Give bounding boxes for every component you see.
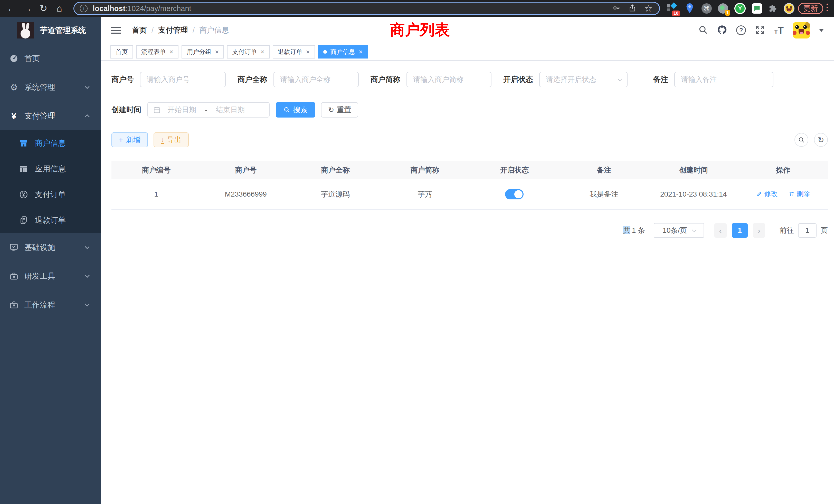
extension-pin-icon[interactable] xyxy=(684,3,695,14)
extension-chat-icon[interactable] xyxy=(752,3,762,14)
app-logo[interactable]: 芋道管理系统 xyxy=(0,17,101,44)
share-icon[interactable] xyxy=(628,4,637,13)
sidebar-item-label: 首页 xyxy=(24,53,40,64)
github-icon[interactable] xyxy=(717,25,727,36)
browser-home-icon[interactable]: ⌂ xyxy=(51,0,67,17)
create-time-label: 创建时间 xyxy=(111,105,141,115)
add-button-label: 新增 xyxy=(126,135,141,145)
app-title: 芋道管理系统 xyxy=(40,25,86,36)
breadcrumb-payment[interactable]: 支付管理 xyxy=(158,25,188,36)
tab-home[interactable]: 首页 xyxy=(110,45,133,59)
extension-diamond-icon[interactable]: 10 xyxy=(667,3,678,14)
breadcrumb-home[interactable]: 首页 xyxy=(132,25,147,36)
start-date-placeholder[interactable]: 开始日期 xyxy=(168,105,196,115)
status-toggle[interactable] xyxy=(505,189,524,199)
chevron-down-icon xyxy=(618,77,622,81)
fullscreen-icon[interactable] xyxy=(755,25,765,36)
cell-remark: 我是备注 xyxy=(559,179,649,209)
dashboard-icon xyxy=(9,54,19,63)
tab-bar: 首页 流程表单× 用户分组× 支付订单× 退款订单× 商户信息× xyxy=(101,44,834,61)
merchant-no-input[interactable] xyxy=(140,72,226,87)
sidebar-item-home[interactable]: 首页 xyxy=(0,44,101,73)
page-unit: 页 xyxy=(821,226,828,235)
font-size-icon[interactable]: TT xyxy=(774,25,784,36)
cell-merchant-id: 1 xyxy=(111,179,201,209)
browser-menu-icon[interactable] xyxy=(826,4,828,13)
browser-reload-icon[interactable]: ↻ xyxy=(36,0,51,17)
tab-label: 用户分组 xyxy=(187,48,211,56)
avatar-dropdown-icon[interactable] xyxy=(819,29,824,32)
search-button[interactable]: 搜索 xyxy=(276,102,315,117)
yen-circle-icon xyxy=(19,190,28,199)
url-host: localhost xyxy=(93,4,125,13)
close-icon[interactable]: × xyxy=(359,48,363,55)
sidebar-item-pay-order[interactable]: 支付订单 xyxy=(0,182,101,207)
refresh-table-button[interactable]: ↻ xyxy=(814,133,828,147)
breadcrumb-merchant: 商户信息 xyxy=(199,25,229,36)
extension-status-icon[interactable]: 1 xyxy=(718,3,728,14)
export-button[interactable]: ↓ 导出 xyxy=(154,132,189,147)
full-name-label: 商户全称 xyxy=(238,74,267,85)
next-page-button[interactable]: › xyxy=(753,223,765,238)
extension-y-logo-icon[interactable]: Y xyxy=(734,3,746,14)
active-tab-dot xyxy=(323,50,327,54)
calendar-icon xyxy=(153,106,161,114)
tab-merchant-info[interactable]: 商户信息× xyxy=(318,45,368,59)
sidebar-item-infra[interactable]: 基础设施 xyxy=(0,233,101,262)
remark-input[interactable] xyxy=(674,72,773,87)
full-name-input[interactable] xyxy=(273,72,359,87)
extension-badge: 10 xyxy=(672,10,680,16)
tab-process-form[interactable]: 流程表单× xyxy=(136,45,178,59)
sidebar-item-merchant-info[interactable]: 商户信息 xyxy=(0,130,101,156)
sidebar-item-label: 商户信息 xyxy=(35,138,66,148)
document-copy-icon xyxy=(19,215,28,225)
tab-pay-order[interactable]: 支付订单× xyxy=(227,45,269,59)
close-icon[interactable]: × xyxy=(170,48,173,55)
browser-forward-icon[interactable]: → xyxy=(20,0,36,17)
tab-refund-order[interactable]: 退款订单× xyxy=(273,45,315,59)
page-size-select[interactable]: 10条/页 xyxy=(654,223,704,238)
goto-page-input[interactable] xyxy=(798,223,816,238)
create-time-range-picker[interactable]: 开始日期 - 结束日期 xyxy=(147,102,270,117)
status-select-placeholder: 请选择开启状态 xyxy=(546,75,596,85)
end-date-placeholder[interactable]: 结束日期 xyxy=(216,105,245,115)
address-bar[interactable]: i localhost:1024/pay/merchant ☆ xyxy=(73,2,660,15)
tab-user-group[interactable]: 用户分组× xyxy=(181,45,224,59)
prev-page-button[interactable]: ‹ xyxy=(714,223,727,238)
browser-back-icon[interactable]: ← xyxy=(4,0,20,17)
chevron-down-icon xyxy=(85,302,89,306)
site-info-icon[interactable]: i xyxy=(80,5,88,12)
sidebar-item-refund-order[interactable]: 退款订单 xyxy=(0,207,101,233)
sidebar-item-app-info[interactable]: 应用信息 xyxy=(0,156,101,182)
tab-label: 流程表单 xyxy=(141,48,166,56)
status-select[interactable]: 请选择开启状态 xyxy=(539,72,628,87)
help-icon[interactable]: ? xyxy=(736,25,746,35)
page-number-1[interactable]: 1 xyxy=(732,223,748,238)
password-key-icon[interactable] xyxy=(612,4,621,13)
sidebar-item-workflow[interactable]: 工作流程 xyxy=(0,291,101,319)
sidebar-item-payment[interactable]: ¥ 支付管理 xyxy=(0,101,101,130)
reset-button[interactable]: ↻ 重置 xyxy=(321,102,358,117)
tab-label: 支付订单 xyxy=(232,48,257,56)
bookmark-star-icon[interactable]: ☆ xyxy=(644,4,653,13)
extensions-puzzle-icon[interactable] xyxy=(768,4,778,13)
monitor-check-icon xyxy=(9,243,19,252)
refresh-icon: ↻ xyxy=(817,136,824,144)
close-icon[interactable]: × xyxy=(215,48,219,55)
sidebar-item-system[interactable]: ⚙ 系统管理 xyxy=(0,73,101,101)
extension-command-icon[interactable]: ⌘ xyxy=(702,3,712,14)
chevron-down-icon xyxy=(692,228,696,232)
profile-avatar-emoji[interactable] xyxy=(784,3,794,14)
user-avatar[interactable] xyxy=(793,22,810,39)
close-icon[interactable]: × xyxy=(260,48,264,55)
collapse-sidebar-icon[interactable] xyxy=(111,25,121,36)
close-icon[interactable]: × xyxy=(306,48,310,55)
delete-link[interactable]: 删除 xyxy=(789,189,810,198)
sidebar-item-dev-tools[interactable]: 研发工具 xyxy=(0,262,101,291)
edit-link[interactable]: 修改 xyxy=(756,189,778,198)
add-button[interactable]: + 新增 xyxy=(111,132,148,147)
short-name-input[interactable] xyxy=(407,72,491,87)
browser-update-button[interactable]: 更新 xyxy=(798,3,823,14)
search-icon[interactable] xyxy=(698,25,708,36)
toggle-search-button[interactable] xyxy=(794,133,808,147)
